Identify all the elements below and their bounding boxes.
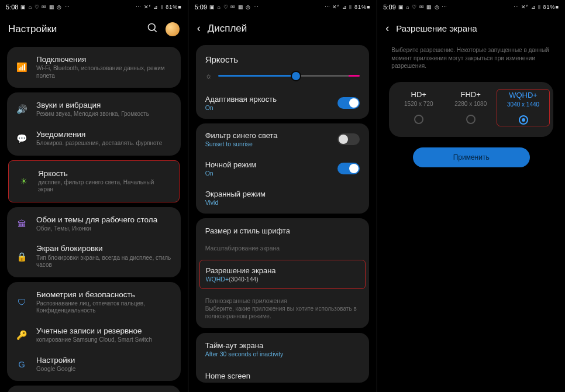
resolution-description: Выберите разрешение. Некоторые запущенны… bbox=[382, 40, 560, 78]
page-title: Дисплей bbox=[208, 23, 368, 35]
resolution-option[interactable]: WQHD+3040 x 1440 bbox=[497, 89, 550, 126]
settings-list[interactable]: 📶ПодключенияWi-Fi, Bluetooth, использова… bbox=[0, 42, 188, 392]
settings-group: 🏛Обои и темы для рабочего столаОбои, Тем… bbox=[7, 207, 181, 277]
status-time: 5:09 bbox=[383, 4, 395, 11]
status-right-icons: ⋯ ✕ᶠ ⊿ ⫴ 81%■ bbox=[325, 4, 370, 11]
row-sub: Выберите, какие приложения вы хотите исп… bbox=[205, 305, 360, 320]
timeout-card: Тайм-аут экрана After 30 seconds of inac… bbox=[196, 333, 370, 383]
display-header: ‹ Дисплей bbox=[189, 14, 377, 40]
status-left-icons: ▣ ⌂ ♡ ✉ ▦ ◎ ⋯ bbox=[398, 4, 447, 10]
profile-avatar[interactable] bbox=[166, 22, 180, 36]
item-label: Экран блокировки bbox=[36, 244, 173, 253]
notifications-icon: 💬 bbox=[15, 132, 28, 145]
settings-item[interactable]: 📶ПодключенияWi-Fi, Bluetooth, использова… bbox=[7, 49, 181, 85]
display-modes-card: Фильтр синего света Sunset to sunrise Но… bbox=[196, 123, 370, 214]
settings-item[interactable]: GНастройкиGoogle Google bbox=[7, 350, 181, 379]
row-label: Экранный режим bbox=[205, 190, 266, 198]
status-bar: 5:08 ▣ ⌂ ♡ ✉ ▦ ◎ ⋯ ⋯ ✕ᶠ ⊿ ⫴ 81%■ bbox=[0, 0, 188, 14]
night-mode-row[interactable]: Ночной режим On bbox=[196, 154, 370, 183]
row-label: Размер и стиль шрифта bbox=[205, 226, 290, 235]
settings-item[interactable]: 💬УведомленияБлокиров. разрешения, достав… bbox=[7, 124, 181, 153]
row-label: Ночной режим bbox=[205, 160, 257, 169]
page-title: Настройки bbox=[8, 23, 140, 35]
phone-settings-root: 5:08 ▣ ⌂ ♡ ✉ ▦ ◎ ⋯ ⋯ ✕ᶠ ⊿ ⫴ 81%■ Настрой… bbox=[0, 0, 188, 392]
radio-icon[interactable] bbox=[414, 115, 423, 124]
item-sub: Wi-Fi, Bluetooth, использование данных, … bbox=[36, 65, 173, 80]
item-sub: Обои, Темы, Иконки bbox=[36, 225, 173, 233]
item-label: Обои и темы для рабочего стола bbox=[36, 215, 173, 225]
settings-item[interactable]: 🔑Учетные записи и резервноекопирование S… bbox=[7, 321, 181, 350]
settings-item[interactable]: 🏛Обои и темы для рабочего столаОбои, Тем… bbox=[7, 209, 181, 239]
home-screen-row[interactable]: Home screen bbox=[196, 365, 370, 381]
screen-resolution-row[interactable]: Разрешение экрана WQHD+(3040·144) bbox=[199, 260, 366, 289]
fullscreen-apps-row[interactable]: Полноэкранные приложения Выберите, какие… bbox=[196, 290, 370, 327]
resolution-selector: HD+1520 x 720FHD+2280 x 1080WQHD+3040 x … bbox=[389, 82, 553, 137]
screen-mode-row[interactable]: Экранный режим Vivid bbox=[196, 183, 370, 212]
status-bar: 5:09 ▣ ⌂ ♡ ✉ ▦ ◎ ⋯ ⋯ ✕ᶠ ⊿ ⫴ 81%■ bbox=[189, 0, 377, 14]
adaptive-brightness-row[interactable]: Адаптивная яркость On bbox=[196, 88, 370, 118]
font-size-row[interactable]: Размер и стиль шрифта bbox=[196, 219, 370, 242]
item-sub: Распознавание лиц, отпечаток пальцев, Ко… bbox=[36, 300, 173, 315]
item-sub: Google Google bbox=[36, 366, 173, 373]
item-sub: копирование Samsung Cloud, Smart Switch bbox=[36, 336, 173, 344]
back-button[interactable]: ‹ bbox=[197, 22, 201, 35]
apply-button[interactable]: Применить bbox=[413, 147, 530, 167]
back-button[interactable]: ‹ bbox=[385, 22, 389, 35]
display-content[interactable]: Яркость ☼ Адаптивная яркость On Фильтр с… bbox=[189, 40, 377, 392]
radio-icon[interactable] bbox=[466, 115, 476, 124]
settings-item[interactable]: ⚙Расширенные возможностиBixbyРутины, дви… bbox=[7, 388, 181, 392]
item-label: Учетные записи и резервное bbox=[36, 326, 173, 336]
row-label: Home screen bbox=[205, 372, 360, 380]
item-sub: дисплея, фильтр синего света, Начальный … bbox=[38, 179, 171, 194]
option-resolution: 3040 x 1440 bbox=[507, 101, 539, 108]
accounts-icon: 🔑 bbox=[15, 329, 28, 342]
option-label: FHD+ bbox=[461, 90, 481, 99]
status-bar: 5:09 ▣ ⌂ ♡ ✉ ▦ ◎ ⋯ ⋯ ✕ᶠ ⊿ ⫴ 81%■ bbox=[377, 0, 565, 14]
brightness-icon: ☼ bbox=[205, 71, 212, 80]
option-label: WQHD+ bbox=[509, 91, 538, 99]
item-label: Уведомления bbox=[36, 130, 173, 139]
resolution-option[interactable]: HD+1520 x 720 bbox=[392, 89, 445, 126]
screen-zoom-row[interactable]: Масштабирование экрана bbox=[196, 242, 370, 259]
status-time: 5:09 bbox=[195, 4, 207, 11]
status-right-icons: ⋯ ✕ᶠ ⊿ ⫴ 81%■ bbox=[514, 4, 559, 11]
blue-light-row[interactable]: Фильтр синего света Sunset to sunrise bbox=[196, 125, 370, 154]
settings-group: ⚙Расширенные возможностиBixbyРутины, дви… bbox=[7, 386, 181, 392]
item-label: Яркость bbox=[38, 169, 171, 178]
row-sub: On bbox=[205, 170, 257, 177]
settings-item[interactable]: ☀Яркостьдисплея, фильтр синего света, На… bbox=[9, 163, 179, 200]
search-icon[interactable] bbox=[147, 22, 159, 36]
row-label: Разрешение экрана bbox=[206, 266, 360, 275]
item-label: Звуки и вибрация bbox=[36, 101, 173, 110]
wallpaper-icon: 🏛 bbox=[15, 218, 28, 231]
svg-line-1 bbox=[154, 30, 156, 32]
settings-group: 📶ПодключенияWi-Fi, Bluetooth, использова… bbox=[7, 47, 181, 88]
brightness-slider-row: ☼ bbox=[196, 69, 370, 88]
svg-point-0 bbox=[148, 24, 155, 31]
resolution-option[interactable]: FHD+2280 x 1080 bbox=[445, 89, 497, 126]
settings-group: ☀Яркостьдисплея, фильтр синего света, На… bbox=[8, 160, 180, 202]
resolution-value: (3040·144) bbox=[229, 276, 259, 283]
adaptive-brightness-toggle[interactable] bbox=[337, 97, 360, 109]
row-label: Адаптивная яркость bbox=[205, 95, 277, 104]
settings-group: 🔊Звуки и вибрацияРежим звука, Мелодия зв… bbox=[7, 92, 181, 155]
radio-icon[interactable] bbox=[519, 115, 528, 125]
blue-light-toggle[interactable] bbox=[337, 133, 360, 145]
settings-item[interactable]: 🔊Звуки и вибрацияРежим звука, Мелодия зв… bbox=[7, 95, 181, 124]
row-sub: After 30 seconds of inactivity bbox=[205, 350, 360, 357]
item-label: Настройки bbox=[36, 356, 173, 365]
brightness-slider[interactable] bbox=[218, 75, 360, 77]
status-right-icons: ⋯ ✕ᶠ ⊿ ⫴ 81%■ bbox=[136, 4, 181, 11]
settings-item[interactable]: 🛡Биометрия и безопасностьРаспознавание л… bbox=[7, 284, 181, 321]
option-label: HD+ bbox=[411, 90, 426, 99]
brightness-icon: ☀ bbox=[17, 175, 30, 188]
row-label: Масштабирование экрана bbox=[205, 245, 280, 252]
row-sub: On bbox=[205, 104, 277, 111]
row-sub: Sunset to sunrise bbox=[205, 140, 278, 147]
row-sub: Vivid bbox=[205, 199, 266, 206]
night-mode-toggle[interactable] bbox=[337, 163, 360, 174]
screen-timeout-row[interactable]: Тайм-аут экрана After 30 seconds of inac… bbox=[196, 334, 370, 365]
row-label: Полноэкранные приложения bbox=[205, 297, 360, 304]
status-time: 5:08 bbox=[6, 4, 18, 11]
settings-item[interactable]: 🔒Экран блокировкиТип блокировки экрана, … bbox=[7, 238, 181, 274]
